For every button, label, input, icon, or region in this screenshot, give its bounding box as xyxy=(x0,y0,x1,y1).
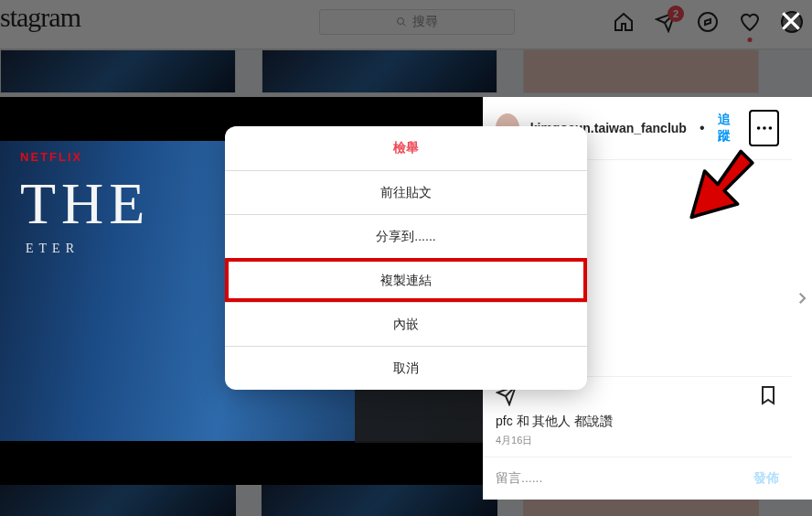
option-cancel[interactable]: 取消 xyxy=(225,346,587,390)
option-report[interactable]: 檢舉 xyxy=(225,126,587,170)
option-copy-link[interactable]: 複製連結 xyxy=(225,258,587,302)
option-embed[interactable]: 內嵌 xyxy=(225,302,587,346)
options-modal: 檢舉 前往貼文 分享到...... 複製連結 內嵌 取消 xyxy=(225,126,587,390)
option-share-to[interactable]: 分享到...... xyxy=(225,214,587,258)
option-go-to-post[interactable]: 前往貼文 xyxy=(225,170,587,214)
options-modal-overlay[interactable]: 檢舉 前往貼文 分享到...... 複製連結 內嵌 取消 xyxy=(0,0,812,516)
